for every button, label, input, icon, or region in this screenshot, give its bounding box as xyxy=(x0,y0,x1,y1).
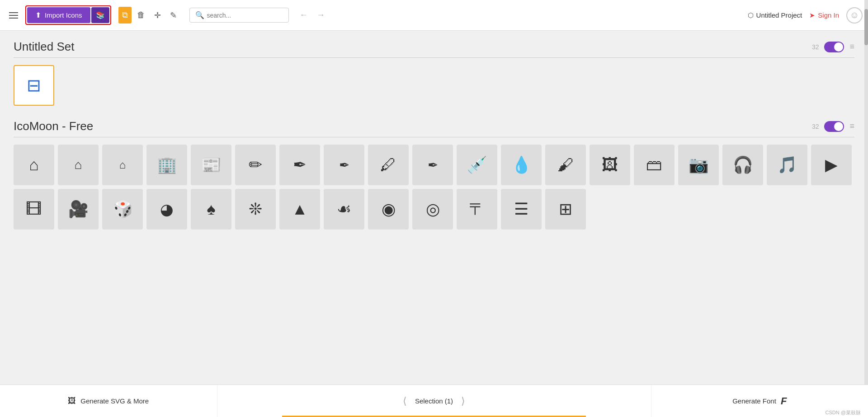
icon-music[interactable]: 🎵 xyxy=(767,145,807,185)
eyedropper-icon: 💉 xyxy=(467,155,487,174)
quill1-icon: ✒ xyxy=(293,155,307,174)
library-button[interactable]: 📚 xyxy=(91,7,109,23)
scrollbar[interactable] xyxy=(864,0,868,384)
dice-icon: 🎲 xyxy=(113,200,133,219)
layers-icon: ⬡ xyxy=(748,11,754,19)
sign-in-button[interactable]: ➤ Sign In xyxy=(809,11,839,19)
icon-blog[interactable]: ✒ xyxy=(412,145,453,185)
select-icon: ⧉ xyxy=(122,10,128,20)
main-content: Untitled Set 32 ≡ ⊟ IcoMoon - Free 32 ≡ … xyxy=(0,31,868,384)
icon-film[interactable]: 🎞 xyxy=(14,189,54,230)
icon-home1[interactable]: ⌂ xyxy=(14,145,54,185)
library-icon: 📚 xyxy=(96,11,105,19)
icon-a4[interactable]: ◉ xyxy=(368,189,409,230)
avatar[interactable]: ☺ xyxy=(846,7,863,23)
toolbar-group: ⧉ 🗑 ✛ ✎ xyxy=(118,7,180,24)
edit-tool-button[interactable]: ✎ xyxy=(166,7,180,24)
icon-quill2[interactable]: ✒ xyxy=(324,145,364,185)
import-icons-group: ⬆ Import Icons 📚 xyxy=(25,5,111,25)
upload-icon: ⬆ xyxy=(35,11,41,19)
film-icon: 🎞 xyxy=(26,200,42,219)
icon-a6[interactable]: 〒 xyxy=(457,189,497,230)
icon-pencil[interactable]: ✏ xyxy=(235,145,276,185)
icomoon-title: IcoMoon - Free xyxy=(14,119,93,133)
icon-headphones[interactable]: 🎧 xyxy=(722,145,763,185)
icon-images[interactable]: 🗃 xyxy=(634,145,675,185)
drop-icon: 💧 xyxy=(511,155,532,174)
icomoon-menu-icon[interactable]: ≡ xyxy=(849,122,854,131)
search-input[interactable] xyxy=(207,12,283,19)
blog-icon: ✒ xyxy=(428,158,438,173)
select-tool-button[interactable]: ⧉ xyxy=(118,7,132,23)
untitled-set-menu-icon[interactable]: ≡ xyxy=(849,42,854,52)
icon-a7[interactable]: ☰ xyxy=(501,189,542,230)
icon-play[interactable]: ▶ xyxy=(811,145,852,185)
icon-drop[interactable]: 💧 xyxy=(501,145,542,185)
import-icons-label: Import Icons xyxy=(45,11,82,19)
a4-icon: ◉ xyxy=(382,200,396,219)
video-icon: 🎥 xyxy=(68,200,89,219)
history-buttons: ← → xyxy=(296,7,329,23)
icon-a1[interactable]: ❊ xyxy=(235,189,276,230)
icomoon-controls: 32 ≡ xyxy=(812,121,854,132)
home3-icon: ⌂ xyxy=(119,159,126,171)
office-icon: 🏢 xyxy=(157,155,177,174)
icomoon-size: 32 xyxy=(812,123,819,130)
sign-in-icon: ➤ xyxy=(809,11,815,19)
icon-newspaper[interactable]: 📰 xyxy=(191,145,231,185)
icon-dice[interactable]: 🎲 xyxy=(102,189,143,230)
icon-camera[interactable]: 📷 xyxy=(678,145,719,185)
home2-icon: ⌂ xyxy=(75,158,82,172)
import-icons-button[interactable]: ⬆ Import Icons xyxy=(27,7,90,23)
music-icon: 🎵 xyxy=(777,155,797,174)
pacman-icon: ◕ xyxy=(160,200,174,218)
project-name: ⬡ Untitled Project xyxy=(748,11,802,19)
undo-button[interactable]: ← xyxy=(296,7,311,23)
a2-icon: ▲ xyxy=(292,200,308,219)
header: ⬆ Import Icons 📚 ⧉ 🗑 ✛ ✎ 🔍 xyxy=(0,0,868,31)
icon-a2[interactable]: ▲ xyxy=(279,189,320,230)
icon-home2[interactable]: ⌂ xyxy=(58,145,99,185)
search-bar: 🔍 xyxy=(189,8,289,23)
icomoon-header: IcoMoon - Free 32 ≡ xyxy=(14,119,854,137)
icon-office[interactable]: 🏢 xyxy=(146,145,187,185)
untitled-set-controls: 32 ≡ xyxy=(812,42,854,52)
avatar-icon: ☺ xyxy=(850,10,859,20)
icon-pacman[interactable]: ◕ xyxy=(146,189,187,230)
delete-tool-button[interactable]: 🗑 xyxy=(133,7,149,23)
paint-roller-icon: 🖌 xyxy=(557,155,574,174)
untitled-set-title: Untitled Set xyxy=(14,40,74,54)
icon-a5[interactable]: ◎ xyxy=(412,189,453,230)
icon-eyedropper[interactable]: 💉 xyxy=(457,145,497,185)
icon-quill1[interactable]: ✒ xyxy=(279,145,320,185)
a3-icon: ☙ xyxy=(337,200,351,219)
pen-icon: 🖊 xyxy=(380,155,396,174)
icon-home3[interactable]: ⌂ xyxy=(102,145,143,185)
icon-paint-roller[interactable]: 🖌 xyxy=(545,145,586,185)
headphones-icon: 🎧 xyxy=(733,155,753,174)
project-name-label: Untitled Project xyxy=(756,11,802,19)
inbox-icon: ⊟ xyxy=(27,75,41,95)
move-tool-button[interactable]: ✛ xyxy=(151,7,165,24)
pencil-icon: ✏ xyxy=(249,155,262,174)
icon-pen[interactable]: 🖊 xyxy=(368,145,409,185)
delete-icon: 🗑 xyxy=(137,10,145,20)
scrollbar-thumb[interactable] xyxy=(864,9,868,45)
untitled-set-grid: ⊟ xyxy=(14,65,854,106)
home1-icon: ⌂ xyxy=(29,155,39,174)
a1-icon: ❊ xyxy=(249,200,262,219)
icon-a3[interactable]: ☙ xyxy=(324,189,364,230)
icomoon-toggle[interactable] xyxy=(824,121,844,132)
untitled-set-toggle[interactable] xyxy=(824,42,844,52)
icon-spades[interactable]: ♠ xyxy=(191,189,231,230)
icon-inbox[interactable]: ⊟ xyxy=(14,65,54,106)
header-right: ⬡ Untitled Project ➤ Sign In ☺ xyxy=(748,7,863,23)
icon-a8[interactable]: ⊞ xyxy=(545,189,586,230)
redo-button[interactable]: → xyxy=(313,7,329,23)
icon-image[interactable]: 🖼 xyxy=(590,145,630,185)
search-icon: 🔍 xyxy=(195,11,204,19)
icon-video[interactable]: 🎥 xyxy=(58,189,99,230)
header-left: ⬆ Import Icons 📚 ⧉ 🗑 ✛ ✎ 🔍 xyxy=(5,5,329,25)
edit-icon: ✎ xyxy=(170,10,177,20)
menu-button[interactable] xyxy=(5,9,22,22)
